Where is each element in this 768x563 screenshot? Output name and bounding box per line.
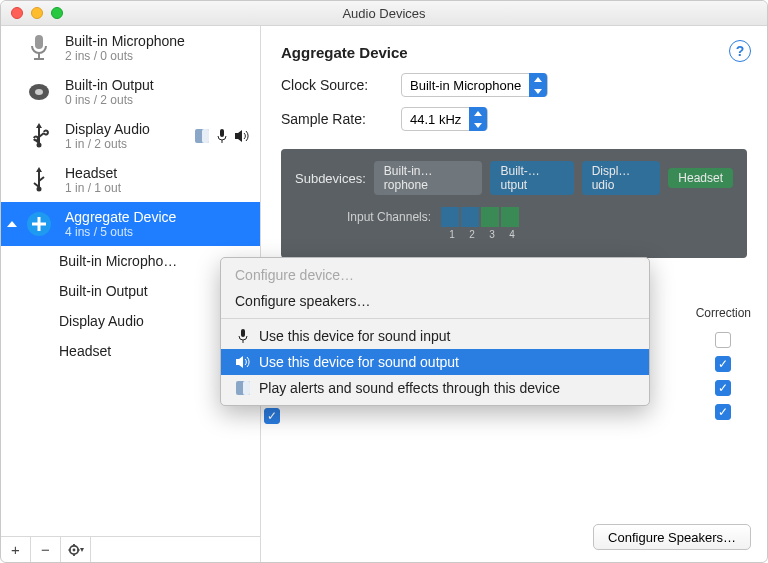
configure-speakers-button[interactable]: Configure Speakers… [593,524,751,550]
svg-marker-6 [36,123,42,128]
svg-rect-29 [243,340,244,343]
panel-title: Aggregate Device [281,44,747,61]
sample-rate-label: Sample Rate: [281,111,391,127]
context-menu: Configure device… Configure speakers… Us… [220,257,650,406]
menu-item-use-for-output[interactable]: Use this device for sound output [221,349,649,375]
menu-item-configure-speakers[interactable]: Configure speakers… [221,288,649,314]
finder-icon [235,381,251,395]
subdevice-pill[interactable]: Built-in…rophone [374,161,483,195]
subdevice-pill[interactable]: Displ…udio [582,161,661,195]
device-item-display-audio[interactable]: Display Audio 1 in / 2 outs [1,114,260,158]
correction-checkbox[interactable] [715,380,731,396]
device-io: 1 in / 2 outs [65,137,150,151]
svg-rect-32 [243,381,250,395]
microphone-icon [235,329,251,343]
svg-rect-9 [220,129,224,137]
svg-rect-0 [35,35,43,49]
svg-rect-16 [32,223,46,226]
svg-marker-26 [474,111,482,116]
sample-rate-select[interactable]: 44.1 kHz [401,107,488,131]
select-stepper-icon [469,107,487,131]
svg-marker-13 [36,167,42,172]
svg-point-12 [37,187,42,192]
input-channels-label: Input Channels: [347,210,431,224]
input-channels-boxes [441,207,519,227]
device-name: Aggregate Device [65,209,176,225]
disclosure-icon [9,87,15,97]
microphone-icon [23,32,55,64]
speaker-icon [235,356,251,368]
mic-mini-icon [214,128,230,144]
aggregate-plus-icon [23,208,55,240]
svg-point-18 [72,548,75,551]
correction-checkbox[interactable] [715,356,731,372]
subdevices-panel: Subdevices: Built-in…rophone Built-…utpu… [281,149,747,258]
device-io: 0 ins / 2 outs [65,93,154,107]
device-io: 2 ins / 0 outs [65,49,185,63]
menu-separator [221,318,649,319]
svg-rect-10 [222,140,223,143]
menu-item-configure-device: Configure device… [221,262,649,288]
stray-checkbox[interactable] [264,408,280,424]
add-device-button[interactable]: + [1,537,31,562]
svg-rect-28 [241,329,245,337]
device-name: Built-in Output [65,77,154,93]
device-item-headset[interactable]: Headset 1 in / 1 out [1,158,260,202]
disclosure-icon [9,131,15,141]
remove-device-button[interactable]: − [31,537,61,562]
svg-marker-24 [534,77,542,82]
clock-source-select[interactable]: Built-in Microphone [401,73,548,97]
disclosure-icon [9,43,15,53]
disclosure-triangle-icon[interactable] [7,221,17,227]
usb-icon [23,120,55,152]
sample-rate-value: 44.1 kHz [402,112,469,127]
subdevices-label: Subdevices: [295,171,366,186]
device-item-builtin-mic[interactable]: Built-in Microphone 2 ins / 0 outs [1,26,260,70]
correction-header: Correction [696,306,751,320]
device-name: Display Audio [65,121,150,137]
finder-icon [194,128,210,144]
correction-checkbox[interactable] [715,404,731,420]
subdevice-pill[interactable]: Built-…utput [490,161,573,195]
subdevice-pill[interactable]: Headset [668,168,733,188]
correction-checkbox[interactable] [715,332,731,348]
svg-marker-27 [474,123,482,128]
speaker-icon [23,76,55,108]
clock-source-label: Clock Source: [281,77,391,93]
svg-marker-23 [80,548,84,552]
device-io: 4 ins / 5 outs [65,225,176,239]
window-title: Audio Devices [1,6,767,21]
channel-numbers: 1 2 3 4 [443,229,733,240]
device-item-builtin-output[interactable]: Built-in Output 0 ins / 2 outs [1,70,260,114]
select-stepper-icon [529,73,547,97]
help-button[interactable]: ? [729,40,751,62]
device-name: Built-in Microphone [65,33,185,49]
svg-rect-2 [34,58,44,60]
titlebar: Audio Devices [1,1,767,26]
actions-menu-button[interactable] [61,537,91,562]
clock-source-value: Built-in Microphone [402,78,529,93]
svg-rect-1 [38,53,40,58]
svg-rect-8 [202,129,209,143]
svg-marker-25 [534,89,542,94]
svg-marker-11 [235,130,242,142]
device-io: 1 in / 1 out [65,181,121,195]
svg-marker-30 [236,356,243,368]
gear-icon [68,543,84,557]
svg-point-5 [37,143,42,148]
volume-mini-icon [234,128,250,144]
disclosure-icon [9,175,15,185]
menu-item-use-for-input[interactable]: Use this device for sound input [221,323,649,349]
svg-point-4 [35,89,43,95]
device-item-aggregate[interactable]: Aggregate Device 4 ins / 5 outs [1,202,260,246]
device-name: Headset [65,165,121,181]
usb-icon [23,164,55,196]
menu-item-play-alerts[interactable]: Play alerts and sound effects through th… [221,375,649,401]
